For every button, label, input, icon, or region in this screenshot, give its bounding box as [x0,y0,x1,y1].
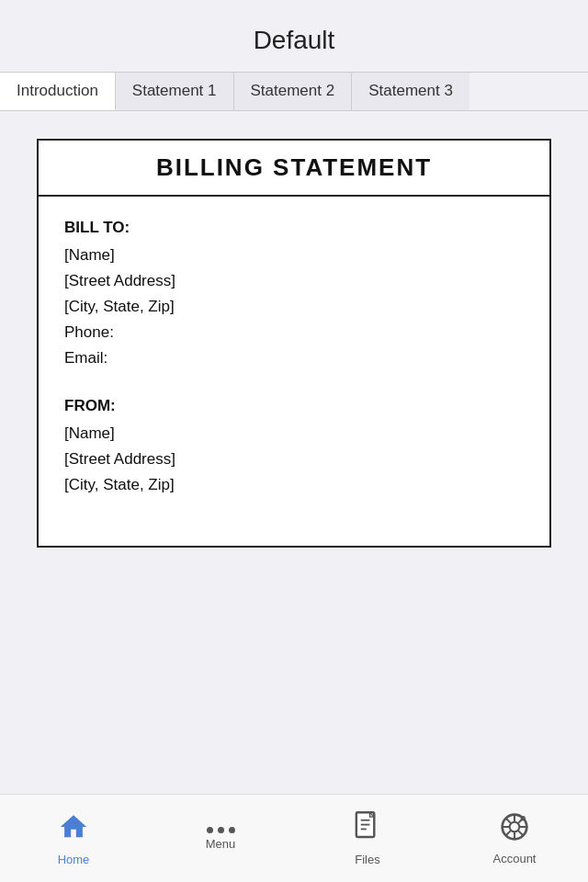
svg-line-14 [517,818,523,823]
from-label: FROM: [64,397,524,415]
from-street: [Street Address] [64,450,524,469]
svg-line-12 [517,830,523,835]
billing-title-row: BILLING STATEMENT [39,141,549,197]
files-icon [354,811,381,849]
bill-to-label: BILL TO: [64,219,524,237]
nav-files[interactable]: Files [294,804,441,874]
tab-statement2[interactable]: Statement 2 [234,73,353,110]
billing-card: BILLING STATEMENT BILL TO: [Name] [Stree… [37,139,551,548]
nav-home[interactable]: Home [0,804,147,874]
from-section: FROM: [Name] [Street Address] [City, Sta… [64,397,524,494]
billing-title: BILLING STATEMENT [156,153,432,181]
bill-to-email: Email: [64,349,524,368]
tab-introduction[interactable]: Introduction [0,73,116,110]
bill-to-city: [City, State, Zip] [64,298,524,316]
home-icon [58,811,89,849]
nav-account-label: Account [493,852,537,865]
page-title: Default [254,26,335,54]
svg-line-11 [506,818,512,823]
header: Default [0,0,588,72]
bill-to-phone: Phone: [64,323,524,342]
from-name: [Name] [64,424,524,443]
nav-menu[interactable]: Menu [147,820,294,858]
tab-statement3[interactable]: Statement 3 [352,73,469,110]
main-content: BILLING STATEMENT BILL TO: [Name] [Stree… [0,111,588,794]
bill-to-street: [Street Address] [64,272,524,290]
account-icon [500,812,529,848]
nav-account[interactable]: Account [441,805,588,873]
tab-statement1[interactable]: Statement 1 [116,73,234,110]
bottom-nav: Home Menu Files [0,794,588,882]
nav-files-label: Files [355,853,379,866]
svg-line-13 [506,830,512,835]
bill-to-name: [Name] [64,246,524,265]
nav-home-label: Home [58,853,90,866]
bill-to-section: BILL TO: [Name] [Street Address] [City, … [64,219,524,368]
nav-menu-label: Menu [206,837,236,851]
menu-icon [207,827,235,833]
tab-bar: Introduction Statement 1 Statement 2 Sta… [0,72,588,111]
billing-body: BILL TO: [Name] [Street Address] [City, … [39,197,549,546]
from-city: [City, State, Zip] [64,476,524,494]
